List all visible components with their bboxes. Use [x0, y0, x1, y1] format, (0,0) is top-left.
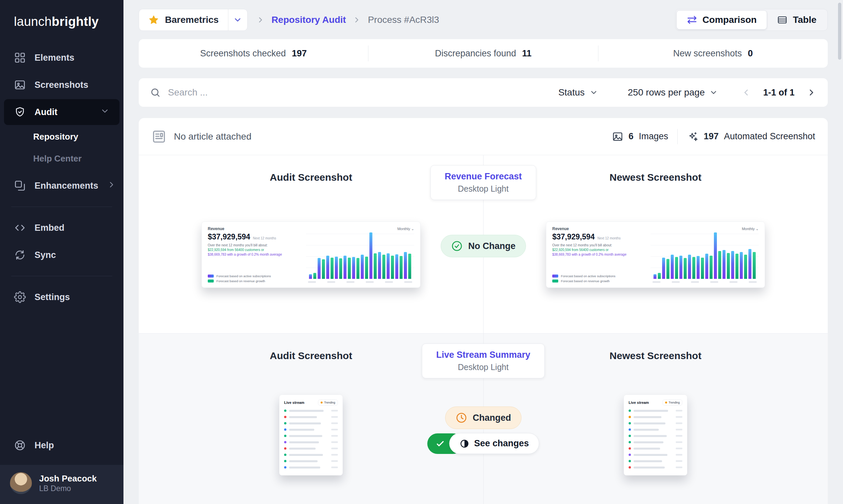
chart-bar [744, 255, 747, 279]
user-card[interactable]: Josh Peacock LB Demo [0, 465, 123, 504]
event-dot [629, 410, 631, 412]
avatar [10, 472, 32, 494]
sidebar-item-sync[interactable]: Sync [4, 242, 119, 268]
chart-bar [753, 252, 756, 279]
event-dot [629, 428, 631, 431]
screenshot-name-card: Revenue Forecast Desktop Light [430, 165, 536, 200]
project-name: Baremetrics [165, 15, 219, 25]
forecast-line: $38,669,783 with a growth of 0.2% month … [552, 252, 645, 257]
column-title-newest: Newest Screenshot [610, 350, 702, 361]
thumb-body: $37,929,594Next 12 months Over the next … [208, 232, 414, 283]
sparkles-icon [687, 131, 698, 142]
sidebar-item-help-center[interactable]: Help Center [0, 147, 123, 169]
chart-bar [374, 253, 377, 279]
breadcrumb-link-repository-audit[interactable]: Repository Audit [272, 15, 346, 25]
stream-row [629, 410, 682, 412]
column-title-audit: Audit Screenshot [270, 172, 352, 183]
toggle-table[interactable]: Table [767, 10, 826, 30]
event-amount-skeleton [331, 467, 338, 468]
thumb-header: Revenue Monthly ⌄ [208, 227, 414, 231]
event-dot [629, 416, 631, 418]
thumb-title: Live stream [629, 400, 649, 404]
sidebar-item-repository[interactable]: Repository [0, 126, 123, 147]
sidebar-item-embed[interactable]: Embed [4, 215, 119, 241]
chart-bar [386, 253, 390, 279]
chart-bar [400, 256, 402, 279]
page-prev-button[interactable] [741, 88, 751, 97]
sidebar-item-screenshots[interactable]: Screenshots [4, 72, 119, 98]
stream-row [284, 435, 338, 437]
stream-row [284, 410, 338, 412]
thumb-legend: Forecast based on active subscriptions F… [208, 273, 301, 283]
project-select-caret[interactable] [228, 9, 247, 31]
sidebar-item-help[interactable]: Help [4, 432, 119, 458]
event-text-skeleton [634, 429, 659, 431]
chart-bar [671, 255, 674, 279]
audit-card-header: No article attached 6 Images 197 Automat… [139, 118, 828, 155]
event-text-skeleton [289, 429, 314, 431]
sidebar-item-label: Embed [35, 223, 64, 233]
sidebar-item-elements[interactable]: Elements [4, 45, 119, 71]
newest-screenshot-thumbnail[interactable]: Live stream Trending [624, 395, 687, 475]
thumb-summary: $37,929,594Next 12 months Over the next … [208, 232, 301, 283]
event-amount-skeleton [676, 454, 682, 455]
screenshot-variant: Desktop Light [436, 362, 530, 372]
automated-count-value: 197 [704, 131, 719, 142]
shield-check-icon [14, 106, 26, 118]
audit-screenshot-thumbnail[interactable]: Revenue Monthly ⌄ $37,929,594Next 12 mon… [202, 221, 420, 288]
chart-bar [662, 258, 665, 279]
search-input[interactable] [167, 87, 545, 98]
page-next-button[interactable] [807, 88, 816, 97]
chart-bar [718, 251, 721, 279]
status-filter-dropdown[interactable]: Status [558, 87, 598, 98]
legend-label: Forecast based on active subscriptions [217, 274, 271, 278]
chart-bar [709, 256, 712, 279]
app-root: launchbrightly Elements Screenshots Audi… [0, 0, 843, 504]
thumb-forecast-lines: Over the next 12 months you'll bill abou… [552, 243, 645, 257]
project-select[interactable]: Baremetrics [139, 9, 247, 31]
audit-screenshot-thumbnail[interactable]: Live stream Trending [279, 395, 343, 475]
rows-per-page-dropdown[interactable]: 250 rows per page [628, 87, 718, 98]
user-info: Josh Peacock LB Demo [39, 473, 97, 493]
stream-row [284, 466, 338, 469]
automated-count-label: Automated Screenshot [724, 131, 815, 142]
chevron-down-icon [233, 15, 242, 24]
stream-row [284, 454, 338, 456]
thumb-amount: $37,929,594Next 12 months [208, 232, 301, 241]
screenshot-name: Revenue Forecast [445, 172, 522, 182]
legend-swatch [552, 280, 558, 283]
see-changes-button[interactable]: See changes [449, 433, 539, 454]
chart-bar [701, 258, 704, 279]
sidebar-item-settings[interactable]: Settings [4, 284, 119, 310]
event-dot [629, 441, 631, 443]
chart-bar [317, 258, 321, 279]
comparison-row-revenue-forecast: Audit Screenshot Revenue Monthly ⌄ $37,9… [139, 155, 828, 334]
see-changes-control[interactable]: See changes [427, 433, 539, 454]
chevron-down-icon [589, 88, 598, 97]
chart-bar [696, 256, 700, 279]
scrollbar[interactable] [838, 3, 841, 60]
sidebar-item-enhancements[interactable]: Enhancements [4, 173, 119, 199]
event-amount-skeleton [676, 467, 682, 468]
chart-bar [736, 254, 738, 279]
sidebar-item-label: Sync [35, 250, 56, 260]
sidebar-item-audit[interactable]: Audit [4, 99, 119, 125]
chart-bar [365, 257, 368, 279]
event-amount-skeleton [676, 460, 682, 462]
stat-new-screenshots: New screenshots 0 [598, 49, 828, 59]
legend-label: Forecast based on revenue growth [561, 279, 610, 283]
chevron-right-icon [256, 16, 265, 24]
event-amount-skeleton [331, 422, 338, 424]
toggle-comparison[interactable]: Comparison [676, 10, 767, 30]
trending-badge: Trending [663, 399, 682, 406]
chart-bar [692, 257, 695, 279]
screenshot-variant: Desktop Light [445, 184, 522, 194]
newest-screenshot-thumbnail[interactable]: Revenue Monthly ⌄ $37,929,594Next 12 mon… [546, 221, 765, 288]
legend-swatch [208, 274, 214, 277]
stat-screenshots-checked: Screenshots checked 197 [139, 49, 368, 59]
status-filter-label: Status [558, 87, 584, 98]
event-amount-skeleton [331, 429, 338, 430]
project-select-main: Baremetrics [139, 9, 228, 31]
stream-row [629, 454, 682, 456]
chart-bar [749, 249, 752, 279]
